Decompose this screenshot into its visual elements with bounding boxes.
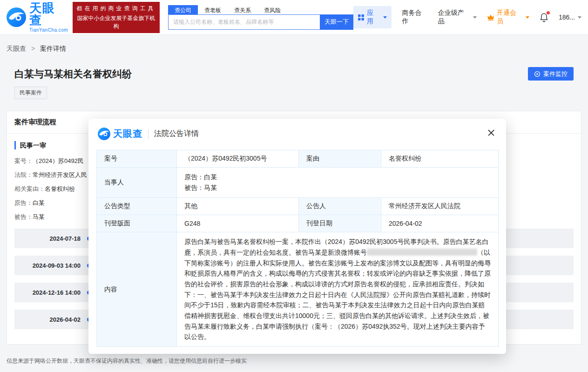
timeline-date: 2026-04-02 (14, 316, 81, 323)
logo-text: 天眼查 TianYanCha.com (29, 2, 68, 33)
search-button[interactable]: 天眼一下 (320, 14, 353, 30)
footer-disclaimer: 信息来源于网络公开数据，天眼查不保证内容的真实性、准确性，请您使用信息前自行进一… (7, 357, 247, 365)
court-announcement-modal: 天眼查 法院公告详情 案号 （2024）苏0492民初3005号 案由 名誉权纠… (88, 119, 506, 354)
close-icon[interactable] (486, 127, 497, 138)
tab-search-company[interactable]: 查公司 (168, 5, 198, 14)
modal-divider (148, 129, 149, 139)
promo-badge: 都在用的商业查询工具 国家中小企业发展子基金旗下机构 (73, 2, 160, 33)
field-value: 马某 (33, 213, 45, 220)
search-block: 查公司 查老板 查关系 查风险 天眼一下 (168, 5, 353, 30)
party-label: 当事人 (97, 168, 177, 198)
announcement-detail-table: 案号 （2024）苏0492民初3005号 案由 名誉权纠纷 当事人 原告：白某… (96, 150, 499, 347)
modal-header: 天眼查 法院公告详情 (88, 119, 506, 146)
cause-value: 名誉权纠纷 (381, 150, 499, 168)
field-value: 常州经济开发区人民 (33, 171, 87, 178)
field-label: 原告： (14, 199, 33, 206)
content-label: 内容 (97, 232, 177, 347)
page-title: 白某与马某相关名誉权纠纷 (14, 68, 132, 81)
content-text-after: （以下简称案涉账号）的注册人和实际使用人。被告在案涉账号上发布的案涉博文以及配图… (184, 249, 491, 340)
timeline-date: 2024-09-03 14:00 (14, 262, 81, 269)
announcement-type-label: 公告类型 (97, 198, 177, 215)
chevron-down-icon (383, 16, 387, 19)
account-menu[interactable]: 186... (559, 14, 581, 21)
menu-open-vip[interactable]: 开通会员 (487, 9, 529, 26)
content-value: 原告白某与被告马某名誉权纠纷一案，本院作出（2024）苏0492民初3005号民… (177, 232, 499, 347)
modal-title: 法院公告详情 (154, 129, 199, 139)
field-value: （2024）苏0492民 (33, 157, 84, 164)
case-no-label: 案号 (97, 150, 177, 168)
timeline-date: 2024-07-18 (14, 235, 81, 242)
chevron-down-icon (473, 16, 477, 19)
table-row: 案号 （2024）苏0492民初3005号 案由 名誉权纠纷 (97, 150, 499, 168)
publish-date-label: 刊登日期 (299, 215, 381, 232)
logo-domain: TianYanCha.com (29, 28, 68, 33)
tab-search-relation[interactable]: 查关系 (228, 5, 257, 14)
breadcrumb-current: 案件详情 (40, 45, 66, 52)
search-input[interactable] (168, 14, 320, 30)
logo-brand: 天眼查 (29, 2, 68, 26)
case-type-tag: 民事案件 (14, 87, 47, 99)
plaintiff-line: 原告：白某 (184, 172, 491, 183)
menu-business-cooperation[interactable]: 商务合作 (402, 9, 427, 26)
field-label: 法院： (14, 171, 33, 178)
account-label: 186... (559, 14, 575, 21)
enterprise-products-label: 企业级产品 (438, 9, 470, 26)
table-row: 内容 原告白某与被告马某名誉权纠纷一案，本院作出（2024）苏0492民初300… (97, 232, 499, 347)
breadcrumb-separator: > (31, 45, 35, 52)
case-monitor-button[interactable]: 案件监控 (528, 67, 574, 81)
notification-dot (547, 11, 550, 14)
table-row: 公告类型 其他 公告人 常州经济开发区人民法院 (97, 198, 499, 215)
breadcrumb-home[interactable]: 天眼查 (7, 45, 26, 52)
announcer-value: 常州经济开发区人民法院 (381, 198, 499, 215)
crown-icon (487, 14, 494, 20)
modal-logo-brand: 天眼查 (113, 128, 142, 140)
search-tabs: 查公司 查老板 查关系 查风险 (168, 5, 353, 14)
tianyancha-eye-icon (7, 7, 26, 27)
monitor-icon (534, 71, 541, 77)
tianyancha-logo[interactable]: 天眼查 TianYanCha.com (7, 2, 68, 33)
promo-line1: 都在用的商业查询工具 (76, 5, 156, 13)
grid-icon (358, 14, 364, 20)
cause-label: 案由 (299, 150, 381, 168)
breadcrumb: 天眼查 > 案件详情 (0, 35, 588, 53)
tianyancha-eye-icon (98, 128, 110, 140)
table-row: 当事人 原告：白某 被告：马某 (97, 168, 499, 198)
field-value: 名誉权纠纷 (45, 185, 75, 192)
open-vip-label: 开通会员 (497, 9, 522, 26)
party-value: 原告：白某 被告：马某 (177, 168, 499, 198)
top-menu: 应用 商务合作 企业级产品 开通会员 (353, 6, 581, 28)
publish-page-label: 刊登版面 (97, 215, 177, 232)
publish-date-value: 2026-04-02 (381, 215, 499, 232)
chevron-down-icon (578, 16, 581, 19)
apps-label: 应用 (367, 9, 379, 26)
tab-search-risk[interactable]: 查风险 (257, 5, 287, 14)
tab-search-boss[interactable]: 查老板 (198, 5, 228, 14)
case-monitor-label: 案件监控 (543, 70, 568, 78)
promo-line2: 国家中小企业发展子基金旗下机构 (76, 14, 156, 30)
case-header-row: 白某与马某相关名誉权纠纷 案件监控 (7, 67, 581, 81)
menu-enterprise-products[interactable]: 企业级产品 (438, 9, 477, 26)
field-label: 案号： (14, 157, 33, 164)
announcer-label: 公告人 (299, 198, 381, 215)
publish-page-value: G248 (177, 215, 299, 232)
timeline-date: 2024-12-16 14:00 (14, 289, 81, 296)
business-cooperation-label: 商务合作 (402, 9, 427, 26)
defendant-line: 被告：马某 (184, 183, 491, 193)
field-label: 被告： (14, 213, 33, 220)
announcement-type-value: 其他 (177, 198, 299, 215)
table-row: 刊登版面 G248 刊登日期 2026-04-02 (97, 215, 499, 232)
case-no-value: （2024）苏0492民初3005号 (177, 150, 299, 168)
field-value: 白某 (33, 199, 45, 206)
top-header: 天眼查 TianYanCha.com 都在用的商业查询工具 国家中小企业发展子基… (0, 0, 588, 35)
notifications-bell[interactable] (540, 13, 548, 22)
chevron-down-icon (526, 16, 529, 19)
apps-menu[interactable]: 应用 (353, 6, 392, 28)
redacted-account-name (367, 249, 477, 256)
field-label: 相关案由： (14, 185, 45, 192)
search-row: 天眼一下 (168, 14, 353, 30)
